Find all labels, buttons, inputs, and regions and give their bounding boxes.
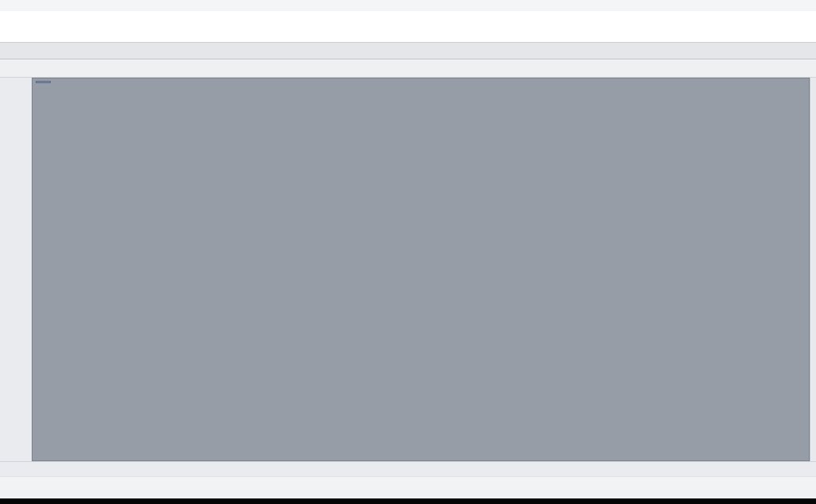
toolbar-tab-bar <box>0 43 816 59</box>
command-history-line <box>3 21 813 31</box>
osnap-bar <box>0 476 816 490</box>
viewport-canvas[interactable] <box>33 78 810 461</box>
right-edge-strip <box>810 78 816 461</box>
bottom-window-edge <box>0 498 816 504</box>
perspective-viewport[interactable] <box>32 78 810 461</box>
command-prompt[interactable] <box>3 31 813 41</box>
main-toolbar <box>0 59 816 78</box>
command-history-line <box>3 12 813 21</box>
left-toolbar <box>0 78 32 461</box>
menu-bar <box>0 0 816 11</box>
status-bar <box>0 490 816 498</box>
command-area[interactable] <box>0 11 816 43</box>
viewport-tab-bar <box>0 461 816 476</box>
viewport-title[interactable] <box>36 81 51 83</box>
workspace <box>0 78 816 461</box>
